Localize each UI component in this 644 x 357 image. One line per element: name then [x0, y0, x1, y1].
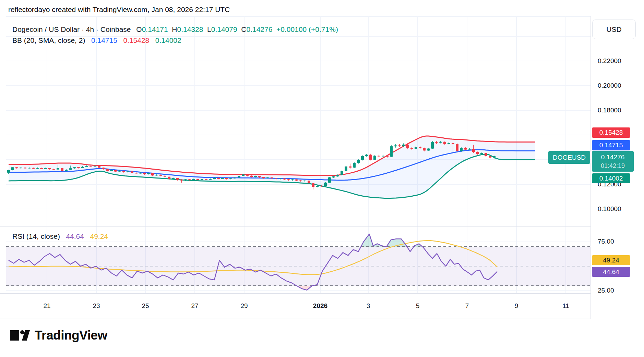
rsi-tick-label: 25.00	[598, 286, 614, 295]
rsi-value-badge: 44.64	[592, 267, 630, 277]
rsi-pane	[6, 234, 591, 290]
bb-basis-price-badge: 0.14715	[592, 140, 630, 150]
bb-lower-price-badge: 0.14002	[592, 173, 630, 183]
price-change: +0.00100 (+0.71%)	[276, 25, 338, 33]
tradingview-chart-screenshot: reflectordayo created with TradingView.c…	[0, 0, 644, 357]
symbol-label-badge: DOGEUSD	[548, 151, 590, 164]
time-tick-label: 2026	[313, 302, 327, 310]
bb-upper-price-badge: 0.15428	[592, 127, 630, 138]
symbol-legend-row: Dogecoin / US Dollar · 4h · Coinbase O0.…	[12, 25, 338, 34]
rsi-ma-value: 49.24	[90, 232, 108, 240]
time-tick-label: 29	[240, 302, 248, 310]
price-tick-label: 0.22000	[598, 57, 621, 65]
time-tick-label: 25	[142, 302, 149, 310]
time-tick-label: 3	[367, 302, 370, 310]
last-price-value: 0.14276	[601, 153, 625, 162]
bb-label: BB (20, SMA, close, 2)	[12, 36, 85, 44]
rsi-value: 44.64	[66, 232, 84, 240]
rsi-ma-badge: 49.24	[592, 255, 630, 265]
price-tick-label: 0.10000	[598, 205, 621, 213]
symbol-title: Dogecoin / US Dollar · 4h · Coinbase	[12, 25, 131, 33]
time-tick-label: 11	[562, 302, 569, 310]
ohlc-close: C0.14276	[241, 25, 272, 33]
bb-lower-value: 0.14002	[155, 36, 181, 44]
rsi-tick-label: 75.00	[598, 237, 614, 246]
time-tick-label: 7	[465, 302, 469, 310]
bb-upper-value: 0.15428	[123, 36, 149, 44]
time-tick-label: 23	[93, 302, 100, 310]
price-tick-label: 0.20000	[598, 82, 621, 90]
ohlc-open: O0.14171	[136, 25, 168, 33]
time-tick-label: 9	[515, 302, 518, 310]
time-tick-label: 27	[191, 302, 198, 310]
last-price-badge: 0.14276 01:42:19	[592, 151, 634, 172]
tradingview-logo[interactable]: TradingView	[9, 328, 107, 343]
ohlc-high: H0.14328	[172, 25, 203, 33]
price-tick-label: 0.18000	[598, 106, 621, 114]
bar-countdown-timer: 01:42:19	[601, 162, 625, 170]
time-tick-label: 5	[416, 302, 420, 310]
bb-basis-value: 0.14715	[91, 36, 117, 44]
rsi-label: RSI (14, close)	[12, 232, 60, 240]
tradingview-logo-icon	[9, 330, 31, 341]
currency-toggle-button[interactable]: USD	[592, 20, 636, 39]
ohlc-low: L0.14079	[207, 25, 237, 33]
tradingview-logo-text: TradingView	[35, 328, 107, 343]
bb-legend-row: BB (20, SMA, close, 2) 0.14715 0.15428 0…	[12, 36, 181, 45]
rsi-legend-row: RSI (14, close) 44.64 49.24	[12, 232, 108, 241]
time-tick-label: 21	[43, 302, 50, 310]
